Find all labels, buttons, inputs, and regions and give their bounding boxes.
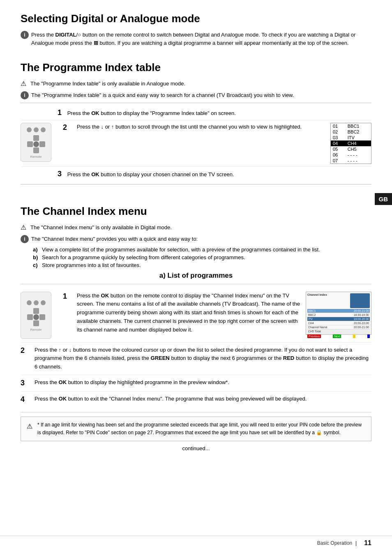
channel-name: CH4 [346, 140, 371, 146]
ci-sub-items: a) View a complete list of the programme… [21, 246, 371, 268]
title-digital-analogue: Selecting Digital or Analogue mode [21, 12, 371, 25]
ci-item-b: b) Search for a programme quickly by sel… [33, 254, 371, 260]
step-text-2: Press the ↓ or ↑ button to scroll throug… [77, 123, 324, 131]
ci-item-b-label: b) [33, 254, 42, 260]
channel-num: 07 [331, 158, 346, 164]
warning-text-ci: The "Channel Index menu" is only availab… [30, 223, 172, 232]
footer-section-label: Basic Operation [317, 540, 352, 546]
page: Selecting Digital or Analogue mode i Pre… [0, 0, 392, 555]
ci-step-text-3: Press the OK button to display the highl… [35, 378, 371, 387]
footer-page-num: 11 [364, 539, 371, 547]
ci-step-num-2: 2 [21, 346, 30, 355]
channel-row: 06- - - - [331, 152, 371, 158]
ci-step-text-4: Press the OK button to exit the "Channel… [35, 395, 371, 403]
subsection-list-of-programmes: a) List of programmes [21, 272, 371, 452]
section-channel-index: The Channel Index menu ⚠ The "Channel In… [21, 205, 371, 451]
pi-step-2: Remote 2 Press the ↓ or ↑ button to scro… [21, 120, 371, 167]
footnote-text: * If an age limit for viewing has been s… [37, 421, 365, 437]
remote-control-img-pi: Remote [21, 123, 51, 162]
warning-icon-ci: ⚠ [21, 223, 28, 231]
info-text-ci: The "Channel Index menu" provides you wi… [31, 235, 198, 243]
ci-item-c-label: c) [33, 262, 42, 268]
channel-row: 02BBC2 [331, 129, 371, 135]
info-icon: i [21, 31, 29, 39]
info-text-pi: The "Programme Index table" is a quick a… [31, 91, 294, 99]
title-channel-index: The Channel Index menu [21, 205, 371, 218]
channel-table-inner: 01BBC102BBC203ITV04CH405CH506- - - -07- … [331, 123, 371, 164]
ci-step-num-1: 1 [63, 292, 73, 301]
channel-name: - - - - [346, 158, 371, 164]
title-programme-index: The Programme Index table [21, 61, 371, 74]
pi-step-1: 1 Press the OK button to display the "Pr… [21, 106, 371, 121]
channel-name: ITV [346, 135, 371, 140]
warning-text-pi: The "Programme Index table" is only avai… [30, 80, 185, 88]
channel-name: CH5 [346, 146, 371, 152]
ci-step-2: 2 Press the ↑ or ↓ buttons to move the c… [21, 343, 371, 375]
channel-num: 04 [331, 140, 346, 146]
ci-item-a-text: View a complete list of the programmes a… [42, 246, 320, 253]
ci-step-num-3: 3 [21, 378, 30, 388]
channel-num: 02 [331, 129, 346, 135]
step-text-3: Press the OK button to display your chos… [67, 171, 234, 177]
page-footer: Basic Operation | 11 [0, 536, 392, 547]
ci-item-a-label: a) [33, 246, 42, 253]
pi-steps-block: 1 Press the OK button to display the "Pr… [21, 103, 371, 185]
info-icon-ci: i [21, 235, 29, 243]
channel-name: BBC2 [346, 129, 371, 135]
step-num-3: 3 [58, 170, 62, 178]
channel-list-table: 01BBC102BBC203ITV04CH405CH506- - - -07- … [330, 123, 371, 164]
channel-row: 05CH5 [331, 146, 371, 152]
step-text-1: Press the OK button to display the "Prog… [67, 110, 236, 116]
pi-step-3: 3 Press the OK button to display your ch… [21, 167, 371, 182]
ci-item-c-text: Store programmes into a list of favourit… [42, 262, 141, 268]
ci-step-num-4: 4 [21, 395, 30, 404]
step-num-2: 2 [63, 123, 73, 132]
ci-step-3: 3 Press the OK button to display the hig… [21, 375, 371, 391]
warning-row-pi: ⚠ The "Programme Index table" is only av… [21, 80, 371, 88]
channel-name: - - - - [346, 152, 371, 158]
info-icon-pi: i [21, 91, 29, 99]
section-digital-analogue: Selecting Digital or Analogue mode i Pre… [21, 12, 371, 47]
ci-screen-preview: Channel Index BBC120:00-21:00 BBC218:30-… [306, 292, 371, 335]
channel-name: BBC1 [346, 123, 371, 129]
info-row-digital: i Press the DIGITAL/○ button on the remo… [21, 31, 371, 47]
channel-row: 07- - - - [331, 158, 371, 164]
footnote-box: ⚠ * If an age limit for viewing has been… [21, 417, 371, 441]
warning-icon-pi: ⚠ [21, 80, 28, 88]
gb-badge: GB [375, 193, 392, 205]
info-text-digital: Press the DIGITAL/○ button on the remote… [31, 31, 371, 47]
channel-num: 06 [331, 152, 346, 158]
channel-row: 04CH4 [331, 140, 371, 146]
info-row-pi: i The "Programme Index table" is a quick… [21, 91, 371, 99]
step-num-1: 1 [58, 108, 62, 117]
ci-item-c: c) Store programmes into a list of favou… [33, 262, 371, 268]
channel-num: 01 [331, 123, 346, 129]
ci-item-b-text: Search for a programme quickly by select… [42, 254, 245, 260]
ci-step-text-1: Press the OK button on the remote contro… [77, 292, 301, 334]
subsection-title-lop: a) List of programmes [21, 272, 371, 280]
remote-control-img-ci: Remote [21, 292, 51, 339]
channel-num: 05 [331, 146, 346, 152]
channel-row: 01BBC1 [331, 123, 371, 129]
ci-steps-block: Remote 1 Press the OK button on the remo… [21, 284, 371, 412]
channel-num: 03 [331, 135, 346, 140]
info-row-ci: i The "Channel Index menu" provides you … [21, 235, 371, 243]
ci-step-text-2: Press the ↑ or ↓ buttons to move the col… [35, 346, 371, 371]
warning-row-ci: ⚠ The "Channel Index menu" is only avail… [21, 223, 371, 232]
ci-step-1: Remote 1 Press the OK button on the remo… [21, 288, 371, 343]
ci-step-4: 4 Press the OK button to exit the "Chann… [21, 391, 371, 408]
ci-item-a: a) View a complete list of the programme… [33, 246, 371, 253]
continued-text: continued... [21, 445, 371, 451]
section-programme-index: The Programme Index table ⚠ The "Program… [21, 61, 371, 184]
channel-row: 03ITV [331, 135, 371, 140]
footnote-warning-icon: ⚠ [27, 421, 35, 432]
